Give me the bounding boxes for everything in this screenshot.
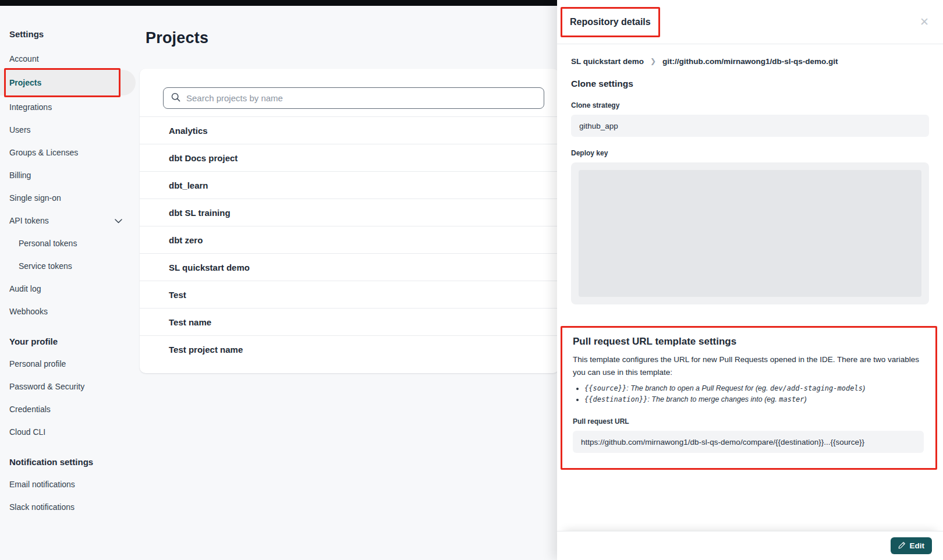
- sidebar-item-billing[interactable]: Billing: [9, 164, 130, 186]
- sidebar-item-personal-profile[interactable]: Personal profile: [9, 352, 130, 375]
- sidebar-item-service-tokens[interactable]: Service tokens: [9, 254, 130, 277]
- sidebar-item-label: Audit log: [9, 284, 41, 293]
- pull-request-template-description: This template configures the URL for new…: [573, 353, 922, 380]
- project-row[interactable]: dbt Docs project: [140, 144, 559, 171]
- sidebar-item-label: Service tokens: [19, 261, 72, 271]
- edit-button[interactable]: Edit: [891, 537, 933, 554]
- sidebar-section-your-profile: Your profile: [9, 336, 130, 346]
- repository-details-drawer: Repository details ✕ SL quickstart demo …: [557, 0, 943, 560]
- page-title: Projects: [146, 29, 570, 47]
- chevron-right-icon: ❯: [650, 57, 656, 65]
- deploy-key-label: Deploy key: [571, 149, 929, 157]
- breadcrumb: SL quickstart demo ❯ git://github.com/mi…: [571, 57, 929, 66]
- variable-suffix: ): [804, 395, 807, 403]
- sidebar-item-label: Personal profile: [9, 359, 66, 368]
- breadcrumb-project[interactable]: SL quickstart demo: [571, 57, 644, 66]
- sidebar-item-audit-log[interactable]: Audit log: [9, 277, 130, 300]
- sidebar-item-label: API tokens: [9, 216, 49, 225]
- edit-button-label: Edit: [910, 541, 925, 550]
- variable-code: {{source}}: [584, 384, 626, 392]
- project-row[interactable]: dbt SL training: [140, 199, 559, 226]
- sidebar-item-label: Webhooks: [9, 307, 48, 316]
- variable-example: master: [779, 395, 804, 403]
- variable-item-destination: {{destination}}: The branch to merge cha…: [584, 394, 924, 405]
- sidebar-item-api-tokens[interactable]: API tokens: [9, 209, 130, 232]
- clone-settings-heading: Clone settings: [571, 79, 929, 89]
- projects-page: Projects Analytics dbt Docs project dbt_…: [140, 6, 570, 373]
- chevron-down-icon: [115, 216, 122, 225]
- project-row[interactable]: Test: [140, 281, 559, 308]
- project-row[interactable]: Test name: [140, 308, 559, 335]
- annotation-highlight-pull-request-section: Pull request URL template settings This …: [561, 326, 937, 470]
- project-row[interactable]: dbt zero: [140, 226, 559, 253]
- variable-example: dev/add-staging-models: [770, 384, 863, 392]
- search-icon: [171, 93, 180, 104]
- sidebar-item-label: Personal tokens: [19, 239, 77, 248]
- project-row[interactable]: SL quickstart demo: [140, 253, 559, 281]
- clone-strategy-field: github_app: [571, 115, 929, 137]
- deploy-key-redacted-value: [579, 170, 921, 297]
- sidebar-item-account[interactable]: Account: [9, 47, 130, 70]
- sidebar-section-notification-settings: Notification settings: [9, 457, 130, 467]
- pencil-icon: [898, 541, 906, 551]
- annotation-highlight-repository-details: Repository details: [561, 7, 660, 37]
- deploy-key-field: [571, 162, 929, 304]
- sidebar-item-label: Account: [9, 54, 39, 63]
- project-list: Analytics dbt Docs project dbt_learn dbt…: [140, 116, 559, 363]
- settings-sidebar: Settings Account Projects Integrations U…: [0, 6, 140, 518]
- variable-description: : The branch to open a Pull Request for …: [626, 384, 770, 392]
- project-row[interactable]: Test project name: [140, 335, 559, 363]
- template-variables-list: {{source}}: The branch to open a Pull Re…: [576, 383, 924, 406]
- variable-suffix: ): [863, 384, 865, 392]
- sidebar-item-label: Cloud CLI: [9, 427, 45, 437]
- variable-description: : The branch to merge changes into (eg.: [647, 395, 779, 403]
- pull-request-url-field: https://github.com/mirnawong1/db-sl-qs-d…: [573, 431, 924, 453]
- pull-request-template-heading: Pull request URL template settings: [573, 336, 924, 348]
- project-search-box[interactable]: [163, 87, 544, 109]
- sidebar-item-password-security[interactable]: Password & Security: [9, 375, 130, 398]
- sidebar-item-label: Billing: [9, 171, 31, 180]
- sidebar-item-groups-licenses[interactable]: Groups & Licenses: [9, 141, 130, 164]
- sidebar-item-credentials[interactable]: Credentials: [9, 398, 130, 420]
- close-icon[interactable]: ✕: [920, 16, 929, 27]
- sidebar-item-single-sign-on[interactable]: Single sign-on: [9, 186, 130, 209]
- sidebar-item-users[interactable]: Users: [9, 118, 130, 141]
- project-row[interactable]: dbt_learn: [140, 171, 559, 199]
- sidebar-item-label: Projects: [9, 78, 41, 87]
- sidebar-item-slack-notifications[interactable]: Slack notifications: [9, 495, 130, 518]
- sidebar-item-personal-tokens[interactable]: Personal tokens: [9, 232, 130, 254]
- sidebar-item-label: Password & Security: [9, 382, 84, 391]
- sidebar-item-label: Users: [9, 125, 31, 134]
- project-row[interactable]: Analytics: [140, 116, 559, 144]
- clone-strategy-label: Clone strategy: [571, 101, 929, 109]
- sidebar-item-label: Integrations: [9, 102, 52, 112]
- sidebar-item-label: Groups & Licenses: [9, 148, 78, 157]
- top-nav-bar: [0, 0, 557, 6]
- search-input[interactable]: [186, 93, 536, 103]
- drawer-footer: Edit: [557, 531, 943, 560]
- sidebar-item-label: Credentials: [9, 405, 51, 414]
- pull-request-url-label: Pull request URL: [573, 417, 924, 426]
- sidebar-item-projects[interactable]: Projects: [0, 70, 136, 95]
- sidebar-item-integrations[interactable]: Integrations: [9, 95, 130, 118]
- variable-code: {{destination}}: [584, 395, 647, 403]
- variable-item-source: {{source}}: The branch to open a Pull Re…: [584, 383, 924, 394]
- sidebar-item-label: Slack notifications: [9, 502, 75, 512]
- sidebar-item-email-notifications[interactable]: Email notifications: [9, 473, 130, 495]
- drawer-title: Repository details: [570, 17, 651, 27]
- sidebar-item-cloud-cli[interactable]: Cloud CLI: [9, 420, 130, 443]
- projects-card: Analytics dbt Docs project dbt_learn dbt…: [140, 69, 559, 373]
- sidebar-title: Settings: [9, 29, 130, 39]
- drawer-body: SL quickstart demo ❯ git://github.com/mi…: [557, 44, 943, 531]
- drawer-header: Repository details ✕: [557, 0, 943, 44]
- breadcrumb-repo-url: git://github.com/mirnawong1/db-sl-qs-dem…: [662, 57, 838, 66]
- sidebar-item-label: Single sign-on: [9, 193, 61, 203]
- sidebar-item-label: Email notifications: [9, 480, 75, 489]
- sidebar-item-webhooks[interactable]: Webhooks: [9, 300, 130, 322]
